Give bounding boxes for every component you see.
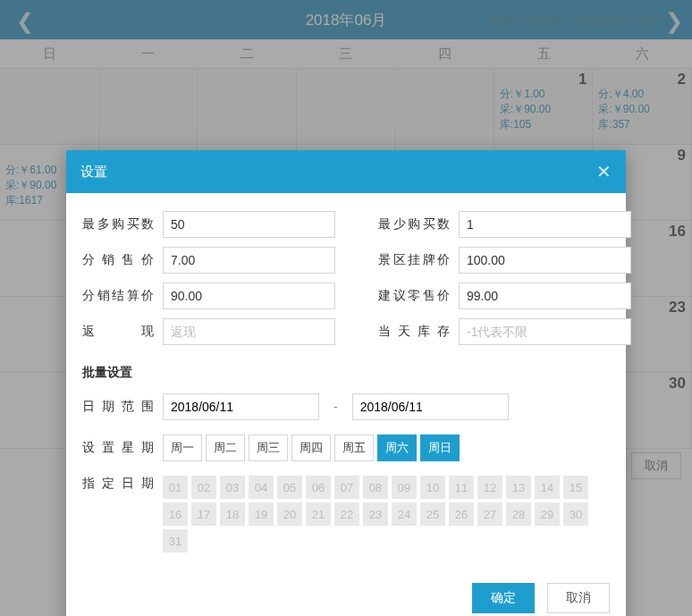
date-chip-group: 0102030405060708091011121314151617181920… [163,476,610,553]
close-icon[interactable]: ✕ [596,161,612,182]
min-buy-input[interactable] [459,211,631,238]
date-chip[interactable]: 13 [506,476,531,499]
modal-overlay: 设置 ✕ 最多购买数 最少购买数 分 销 售 价 景区挂牌价 [0,0,692,616]
date-chip[interactable]: 23 [363,502,388,526]
date-chip[interactable]: 16 [163,502,188,526]
date-chip[interactable]: 25 [420,502,445,526]
date-chip[interactable]: 29 [535,502,560,526]
date-chip[interactable]: 28 [506,502,531,526]
date-chip[interactable]: 03 [220,476,245,499]
list-price-label: 景区挂牌价 [378,252,450,268]
settle-price-label: 分销结算价 [82,288,154,304]
stock-label: 当 天 库 存 [378,324,450,340]
confirm-button[interactable]: 确定 [472,583,535,613]
date-chip[interactable]: 26 [449,502,474,526]
dist-price-label: 分 销 售 价 [82,252,154,268]
list-price-input[interactable] [459,247,631,274]
date-chip[interactable]: 09 [392,476,417,499]
max-buy-label: 最多购买数 [82,216,154,232]
weekday-button[interactable]: 周日 [420,435,460,461]
weekday-button[interactable]: 周一 [163,435,202,461]
cashback-label: 返 现 [82,324,154,340]
weekday-button[interactable]: 周四 [291,435,331,461]
date-chip[interactable]: 27 [477,502,502,526]
date-chip[interactable]: 22 [334,502,359,526]
date-chip[interactable]: 06 [306,476,331,499]
cancel-button[interactable]: 取消 [547,583,610,613]
date-chip[interactable]: 01 [163,476,188,499]
date-range-end-input[interactable] [352,393,509,420]
date-chip[interactable]: 17 [191,502,216,526]
retail-price-input[interactable] [459,283,631,309]
dist-price-input[interactable] [163,247,335,274]
date-chip[interactable]: 11 [449,476,474,499]
date-chip[interactable]: 19 [249,502,274,526]
week-label: 设 置 星 期 [82,440,154,456]
date-range-start-input[interactable] [163,393,319,420]
date-chip[interactable]: 18 [220,502,245,526]
settle-price-input[interactable] [163,283,335,309]
date-chip[interactable]: 05 [277,476,302,499]
date-chip[interactable]: 02 [191,476,216,499]
weekday-button[interactable]: 周三 [249,435,288,461]
weekday-buttons: 周一周二周三周四周五周六周日 [163,435,460,461]
date-chip[interactable]: 10 [420,476,445,499]
date-chip[interactable]: 15 [563,476,588,499]
date-chip[interactable]: 21 [306,502,331,526]
stock-input[interactable] [459,318,631,345]
date-chip[interactable]: 20 [277,502,302,526]
date-chip[interactable]: 31 [163,529,188,553]
date-range-separator: - [328,400,343,414]
min-buy-label: 最少购买数 [378,216,450,232]
cashback-input[interactable] [163,318,335,345]
retail-price-label: 建议零售价 [378,288,450,304]
modal-title: 设置 [80,164,107,181]
date-range-label: 日 期 范 围 [82,399,154,415]
date-chip[interactable]: 04 [249,476,274,499]
max-buy-input[interactable] [163,211,335,238]
weekday-button[interactable]: 周六 [377,435,417,461]
date-chip[interactable]: 07 [334,476,359,499]
date-chip[interactable]: 12 [477,476,502,499]
settings-modal: 设置 ✕ 最多购买数 最少购买数 分 销 售 价 景区挂牌价 [66,150,626,616]
date-chip[interactable]: 24 [392,502,417,526]
date-chip[interactable]: 14 [535,476,560,499]
batch-section-title: 批量设置 [82,365,610,381]
modal-header: 设置 ✕ [66,150,626,193]
date-chip[interactable]: 08 [363,476,388,499]
weekday-button[interactable]: 周五 [334,435,374,461]
weekday-button[interactable]: 周二 [206,435,245,461]
specific-dates-label: 指 定 日 期 [82,476,154,492]
date-chip[interactable]: 30 [563,502,588,526]
